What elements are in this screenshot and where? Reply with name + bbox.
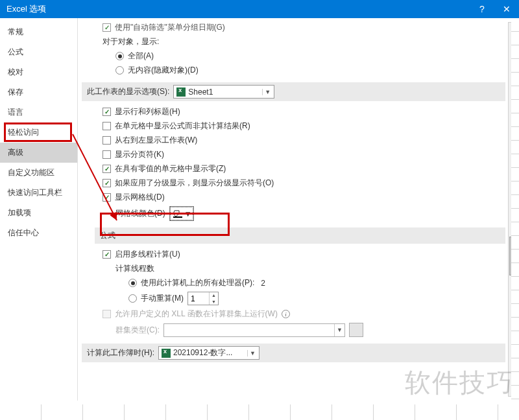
sidebar-item-formulas[interactable]: 公式 [0, 42, 77, 62]
help-button[interactable]: ? [470, 0, 494, 18]
cluster-type-combo[interactable]: ▼ [163, 323, 345, 337]
sidebar-item-proofing[interactable]: 校对 [0, 62, 77, 82]
sidebar-item-quick-access[interactable]: 快速访问工具栏 [0, 183, 77, 203]
value-processor-count: 2 [261, 279, 265, 288]
close-button[interactable]: ✕ [494, 0, 519, 18]
label-manual-threads: 手动重算(M) [141, 293, 184, 304]
label-cluster-type: 群集类型(C): [115, 325, 160, 336]
section-sheet-display: 此工作表的显示选项(S): Sheet1 ▼ [82, 82, 505, 101]
label-autofilter-group-dates: 使用"自动筛选"菜单分组日期(G) [115, 22, 225, 33]
label-show-formulas: 在单元格中显示公式而非其计算结果(R) [115, 121, 250, 132]
sidebar-item-trust-center[interactable]: 信任中心 [0, 223, 77, 243]
label-objects-none: 无内容(隐藏对象)(D) [128, 65, 199, 76]
background-grid-right [511, 18, 519, 404]
label-show-zeros: 在具有零值的单元格中显示零(Z) [115, 163, 226, 174]
label-multithread: 启用多线程计算(U) [115, 249, 180, 260]
sidebar-item-general[interactable]: 常规 [0, 22, 77, 42]
section-calc-workbook: 计算此工作簿时(H): 20210912-数字... ▼ [82, 344, 505, 362]
label-page-breaks: 显示分页符(K) [115, 149, 164, 160]
radio-objects-none[interactable] [115, 66, 124, 75]
window-title: Excel 选项 [6, 3, 470, 15]
checkbox-outline-symbols[interactable] [103, 179, 111, 187]
sidebar-item-accessibility[interactable]: 轻松访问 [0, 122, 77, 143]
label-outline-symbols: 如果应用了分级显示，则显示分级显示符号(O) [115, 178, 274, 189]
workbook-selector-text: 20210912-数字... [173, 347, 245, 358]
background-grid-bottom [0, 404, 519, 420]
section-calc-workbook-label: 计算此工作簿时(H): [87, 347, 154, 358]
sidebar-item-addins[interactable]: 加载项 [0, 203, 77, 223]
checkbox-xll-cluster [103, 310, 111, 318]
heading-objects-show: 对于对象，显示: [103, 36, 159, 47]
label-rtl-sheet: 从右到左显示工作表(W) [115, 135, 197, 146]
info-icon[interactable]: i [282, 310, 290, 318]
label-gridline-color: 网格线颜色(D) [115, 208, 165, 219]
spin-up-icon[interactable]: ▲ [210, 292, 218, 299]
sidebar-item-save[interactable]: 保存 [0, 82, 77, 102]
thread-count-input[interactable] [188, 292, 209, 305]
label-all-processors: 使用此计算机上的所有处理器(P): [141, 277, 254, 288]
checkbox-autofilter-group-dates[interactable] [103, 23, 111, 32]
sheet-selector-text: Sheet1 [188, 88, 260, 97]
checkbox-show-zeros[interactable] [103, 165, 111, 173]
excel-workbook-icon [162, 349, 171, 358]
sidebar-item-advanced[interactable]: 高级 [0, 143, 77, 163]
checkbox-multithread[interactable] [103, 250, 111, 259]
radio-manual-threads[interactable] [128, 294, 137, 303]
section-formula: 公式 [95, 228, 505, 244]
cluster-settings-button[interactable] [349, 323, 363, 337]
chevron-down-icon: ▼ [334, 324, 344, 336]
radio-objects-all[interactable] [115, 52, 124, 60]
checkbox-show-gridlines[interactable] [103, 193, 111, 202]
sidebar-item-customize-ribbon[interactable]: 自定义功能区 [0, 163, 77, 183]
label-thread-count-heading: 计算线程数 [115, 263, 154, 274]
sheet-selector-dropdown[interactable]: Sheet1 ▼ [173, 85, 274, 99]
gridline-color-picker[interactable]: ▼ [169, 206, 194, 221]
excel-sheet-icon [176, 88, 186, 97]
checkbox-show-headers[interactable] [103, 108, 111, 116]
svg-rect-0 [173, 216, 182, 218]
sidebar-item-language[interactable]: 语言 [0, 102, 77, 122]
section-formula-label: 公式 [100, 230, 115, 241]
chevron-down-icon: ▼ [262, 89, 272, 95]
spin-down-icon[interactable]: ▼ [210, 299, 218, 305]
label-show-headers: 显示行和列标题(H) [115, 106, 180, 117]
radio-all-processors[interactable] [128, 279, 137, 287]
checkbox-show-formulas[interactable] [103, 122, 111, 130]
workbook-selector-dropdown[interactable]: 20210912-数字... ▼ [158, 346, 260, 360]
category-sidebar: 常规 公式 校对 保存 语言 轻松访问 高级 自定义功能区 快速访问工具栏 加载… [0, 18, 78, 401]
label-objects-all: 全部(A) [128, 51, 154, 62]
label-show-gridlines: 显示网格线(D) [115, 192, 165, 203]
paint-bucket-icon [173, 209, 184, 218]
chevron-down-icon: ▼ [184, 209, 192, 218]
title-bar: Excel 选项 ? ✕ [0, 0, 519, 18]
label-xll-cluster: 允许用户定义的 XLL 函数在计算群集上运行(W) [115, 309, 278, 320]
thread-count-spinner[interactable]: ▲▼ [187, 292, 219, 305]
checkbox-page-breaks[interactable] [103, 150, 111, 159]
section-sheet-display-label: 此工作表的显示选项(S): [87, 86, 169, 97]
checkbox-rtl-sheet[interactable] [103, 136, 111, 145]
content-pane: 使用"自动筛选"菜单分组日期(G) 对于对象，显示: 全部(A) 无内容(隐藏对… [78, 18, 518, 401]
chevron-down-icon: ▼ [247, 350, 258, 356]
